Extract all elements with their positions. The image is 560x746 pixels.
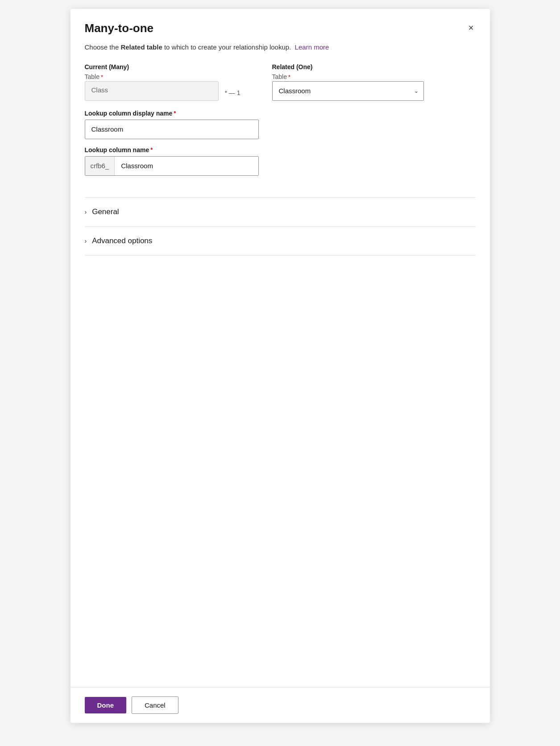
lookup-display-input[interactable] <box>85 120 259 139</box>
dialog-header: Many-to-one × <box>71 9 490 42</box>
general-section-header[interactable]: › General <box>85 198 476 226</box>
lookup-name-input-row: crfb6_ <box>85 156 259 176</box>
current-table-block: Current (Many) Table* Class * — 1 <box>85 63 272 101</box>
related-table-select[interactable]: Classroom Account Contact Course <box>272 81 424 101</box>
advanced-section-title: Advanced options <box>92 236 152 245</box>
related-required-star: * <box>288 74 290 80</box>
lookup-display-label: Lookup column display name <box>85 110 173 117</box>
close-button[interactable]: × <box>467 21 476 34</box>
lookup-name-input[interactable] <box>115 157 258 175</box>
general-section: › General <box>71 198 490 226</box>
tables-row: Current (Many) Table* Class * — 1 Relate… <box>85 63 476 101</box>
lookup-display-required: * <box>174 110 176 116</box>
subtitle-text: Choose the <box>85 43 121 51</box>
related-section-label: Related (One) <box>272 63 476 70</box>
content-spacer <box>71 256 490 688</box>
subtitle-after: to which to create your relationship loo… <box>162 43 291 51</box>
related-table-select-wrapper: Classroom Account Contact Course ⌄ <box>272 81 424 101</box>
general-section-title: General <box>92 207 119 216</box>
lookup-display-label-row: Lookup column display name * <box>85 110 476 117</box>
general-chevron-icon: › <box>85 208 87 216</box>
lookup-display-section: Lookup column display name * <box>85 110 476 139</box>
advanced-chevron-icon: › <box>85 237 87 245</box>
lookup-name-required: * <box>150 146 153 153</box>
related-table-block: Related (One) Table* Classroom Account C… <box>272 63 476 101</box>
dialog-subtitle: Choose the Related table to which to cre… <box>71 42 490 63</box>
related-field-label: Table* <box>272 73 476 80</box>
current-field-label: Table* <box>85 73 272 80</box>
current-table-value: Class <box>85 81 219 101</box>
lookup-prefix: crfb6_ <box>85 157 115 175</box>
cancel-button[interactable]: Cancel <box>132 696 178 714</box>
done-button[interactable]: Done <box>85 697 127 713</box>
learn-more-link[interactable]: Learn more <box>295 43 329 51</box>
current-section-label: Current (Many) <box>85 63 272 70</box>
lookup-name-label-row: Lookup column name * <box>85 146 476 153</box>
advanced-section-header[interactable]: › Advanced options <box>85 227 476 255</box>
dialog-container: Many-to-one × Choose the Related table t… <box>71 9 490 723</box>
current-required-star: * <box>101 74 103 80</box>
relation-symbol: * — 1 <box>219 89 247 96</box>
form-section: Current (Many) Table* Class * — 1 Relate… <box>71 63 490 197</box>
lookup-name-label: Lookup column name <box>85 146 149 153</box>
advanced-section: › Advanced options <box>71 227 490 255</box>
subtitle-bold: Related table <box>120 43 162 51</box>
lookup-name-section: Lookup column name * crfb6_ <box>85 146 476 176</box>
current-input-row: Class * — 1 <box>85 81 272 101</box>
dialog-title: Many-to-one <box>85 21 154 35</box>
dialog-footer: Done Cancel <box>71 687 490 723</box>
